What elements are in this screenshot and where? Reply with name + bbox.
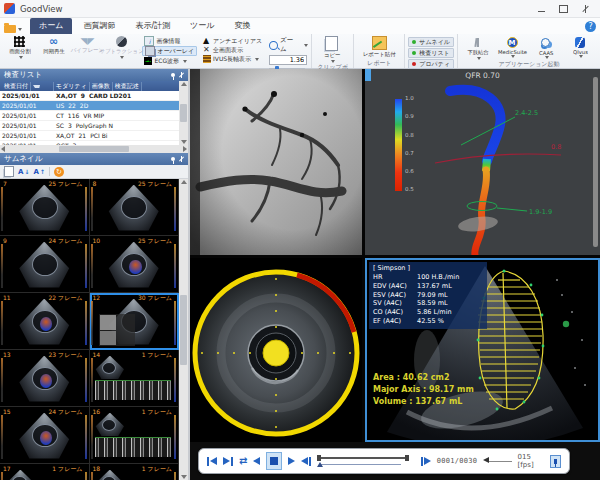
- copy-button[interactable]: コピー: [315, 35, 349, 63]
- thumbnail-index: 8: [93, 180, 97, 187]
- close-icon[interactable]: [178, 156, 184, 162]
- antialias-toggle[interactable]: ▲アンチエイリアス: [201, 37, 264, 45]
- scroll-up-icon[interactable]: [181, 180, 187, 184]
- play-reverse-button[interactable]: [253, 457, 260, 465]
- image-info-toggle[interactable]: i画像情報: [142, 37, 197, 45]
- scroll-left-icon[interactable]: [1, 146, 5, 152]
- play-button[interactable]: [288, 457, 295, 465]
- angiogram-image: [190, 69, 362, 255]
- ribbon-tab[interactable]: 変換: [225, 18, 259, 34]
- range-start-handle[interactable]: [317, 455, 321, 461]
- scrollbar-thumb[interactable]: [180, 295, 187, 365]
- qfr-scrollbar[interactable]: [593, 77, 598, 247]
- stop-button[interactable]: [266, 452, 281, 470]
- qfr-viewport[interactable]: QFR 0.70 1.00.90.80.70.60.5: [365, 69, 600, 255]
- qivus-button[interactable]: QIvus: [563, 35, 597, 58]
- color-doppler-jet: [129, 260, 141, 275]
- quadrant-handle[interactable]: [365, 69, 371, 81]
- goodview-window: GoodView ホーム画質調節表示/計測ツール変換 ? 画面分割 ∞: [0, 0, 600, 480]
- ribbon-tab[interactable]: ホーム: [30, 18, 72, 34]
- split-screen-button[interactable]: 画面分割: [3, 35, 37, 59]
- window-toggle-item[interactable]: サムネイル: [408, 37, 454, 47]
- current-frame-marker[interactable]: [317, 462, 323, 467]
- exam-table-header[interactable]: 検査日付 モダリティ 画像数 検査記述: [0, 81, 179, 91]
- thumbnail[interactable]: 8 25 フレーム: [90, 179, 180, 236]
- frame-counter: 0001/0030: [437, 457, 478, 465]
- pin-toolbar-button[interactable]: [550, 455, 561, 468]
- ribbon-tab[interactable]: 画質調節: [74, 18, 124, 34]
- range-end-handle[interactable]: [405, 455, 409, 461]
- scroll-down-icon[interactable]: [181, 475, 187, 479]
- overlay-toggle[interactable]: オーバーレイ: [142, 46, 197, 56]
- minimize-button[interactable]: [530, 1, 552, 16]
- exam-list-scrollbar[interactable]: [179, 81, 188, 145]
- pin-icon[interactable]: [171, 73, 175, 77]
- window-toggle-item[interactable]: 検査リスト: [408, 48, 454, 58]
- thumbnails-scrollbar[interactable]: [179, 179, 188, 480]
- zoom-menu[interactable]: ズーム: [269, 36, 308, 54]
- ribbon-group-report: レポート貼付 レポート: [354, 34, 405, 68]
- help-button[interactable]: ?: [585, 21, 596, 32]
- thumbnail[interactable]: 18 1 フレーム: [90, 464, 180, 480]
- ribbon-tab[interactable]: ツール: [181, 18, 223, 34]
- step-back-button[interactable]: [301, 457, 311, 466]
- report-paste-button[interactable]: レポート貼付: [357, 35, 401, 59]
- echo-viewport[interactable]: [ Simpson ] HR 100 H.B./min EDV (A4C): [365, 258, 600, 442]
- go-first-frame-button[interactable]: [207, 457, 217, 466]
- close-icon[interactable]: [178, 72, 184, 78]
- exam-list-hscrollbar[interactable]: [0, 145, 188, 153]
- thumbnail[interactable]: 14 1 フレーム: [90, 350, 180, 407]
- sort-ascending-button[interactable]: A↓: [18, 168, 29, 176]
- step-forward-button[interactable]: [421, 457, 431, 466]
- leg-fusion-button[interactable]: 下肢結合: [461, 35, 495, 60]
- exam-row[interactable]: 2025/01/01 XA,OT 21 PCI Bi: [0, 131, 179, 141]
- scroll-up-icon[interactable]: [181, 82, 187, 86]
- thumbnail[interactable]: 13 23 フレーム: [0, 350, 90, 407]
- loop-playback-button[interactable]: ⇄: [239, 456, 247, 466]
- fullscreen-toggle[interactable]: ✕全画面表示: [201, 46, 264, 54]
- zoom-value-input[interactable]: [269, 55, 307, 65]
- scroll-right-icon[interactable]: [183, 146, 187, 152]
- thumbnail-index: 16: [93, 408, 101, 415]
- measurement-row: EDV (A4C) 137.67 mL: [373, 282, 483, 291]
- exam-row[interactable]: 2025/01/01 SC 3 PolyGraph N: [0, 121, 179, 131]
- scrollbar-thumb[interactable]: [180, 104, 187, 122]
- sort-descending-button[interactable]: A↑: [33, 168, 44, 176]
- thumbnail[interactable]: 15 24 フレーム: [0, 407, 90, 464]
- pages-icon[interactable]: [4, 166, 14, 177]
- close-button[interactable]: [574, 1, 596, 16]
- caas-button[interactable]: CAAS: [529, 35, 563, 59]
- sync-playback-button[interactable]: ∞ 同期再生: [37, 35, 71, 56]
- fps-slider[interactable]: [483, 456, 511, 466]
- refresh-icon[interactable]: ↻: [54, 167, 64, 177]
- ivus-viewport[interactable]: [190, 258, 362, 442]
- subtraction-button[interactable]: サブトラクション: [104, 35, 138, 59]
- thumbnail[interactable]: 16 1 フレーム: [90, 407, 180, 464]
- thumbnail[interactable]: 12 30 フレーム: [90, 293, 180, 350]
- angiogram-viewport[interactable]: [190, 69, 362, 255]
- thumbnail[interactable]: 11 22 フレーム: [0, 293, 90, 350]
- maximize-button[interactable]: [552, 1, 574, 16]
- ivus-longaxis-toggle[interactable]: IVUS長軸表示: [201, 55, 264, 63]
- exam-row[interactable]: 2025/01/01 US 22 2D: [0, 101, 179, 111]
- frame-range-slider[interactable]: [317, 453, 415, 469]
- scroll-down-icon[interactable]: [181, 140, 187, 144]
- thumbnail[interactable]: 17 1 フレーム: [0, 464, 90, 480]
- scrollbar-thumb[interactable]: [59, 146, 129, 152]
- ribbon-group-window: サムネイル 検査リスト プロパティ ウインドウ: [405, 34, 458, 68]
- ecg-wave-toggle[interactable]: ECG波形: [142, 57, 197, 65]
- exam-row[interactable]: 2025/01/01 XA,OT 9 CARD LD201: [0, 91, 179, 101]
- thumbnail[interactable]: 7 25 フレーム: [0, 179, 90, 236]
- medicsuite-button[interactable]: M MedicSuite: [495, 35, 529, 58]
- thumbnail[interactable]: 9 24 フレーム: [0, 236, 90, 293]
- thumbnail[interactable]: 10 25 フレーム: [90, 236, 180, 293]
- go-last-frame-button[interactable]: [223, 457, 233, 466]
- window-toggle-item[interactable]: プロパティ: [408, 59, 454, 69]
- file-menu-button[interactable]: [4, 25, 22, 33]
- pin-icon[interactable]: [171, 157, 175, 161]
- magnifier-icon: [269, 41, 278, 50]
- stop-icon: [270, 457, 278, 465]
- exam-row[interactable]: 2025/01/01 OCT 3: [0, 141, 179, 145]
- exam-row[interactable]: 2025/01/01 CT 116 VR MIP: [0, 111, 179, 121]
- ribbon-tab[interactable]: 表示/計測: [126, 18, 179, 34]
